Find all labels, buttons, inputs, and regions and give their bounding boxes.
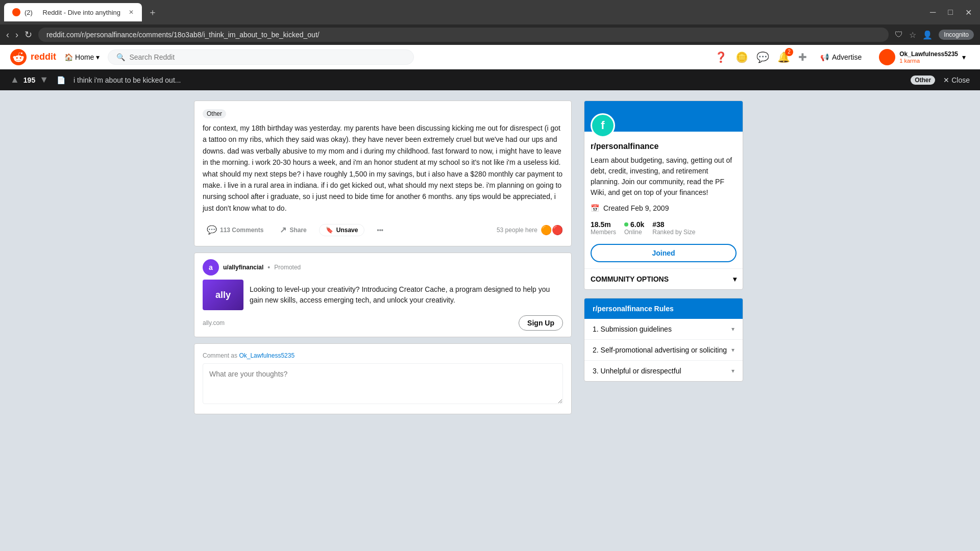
chat-icon[interactable]: 💬 xyxy=(756,51,769,63)
subreddit-stats: 18.5m Members 6.0k Online #38 xyxy=(591,220,737,236)
address-icons: 🛡 ☆ 👤 Incognito xyxy=(895,30,974,40)
created-date: Created Feb 9, 2009 xyxy=(603,204,669,212)
post-banner: ▲ 195 ▼ 📄 i think i'm about to be kicked… xyxy=(0,69,980,90)
karma-count: 1 karma xyxy=(899,58,958,64)
ad-content: ally Looking to level-up your creativity… xyxy=(203,280,563,310)
url-input[interactable] xyxy=(38,28,889,42)
downvote-button[interactable]: ▼ xyxy=(39,74,48,85)
subreddit-name: r/personalfinance xyxy=(591,142,737,151)
bookmark-icon: 🔖 xyxy=(326,227,333,234)
online-value: 6.0k xyxy=(630,220,644,229)
rule-item-3[interactable]: 3. Unhelpful or disrespectful ▾ xyxy=(584,361,743,381)
incognito-badge: Incognito xyxy=(939,30,974,40)
post-flair-tag: Other xyxy=(203,109,226,118)
search-bar[interactable]: 🔍 xyxy=(108,49,414,65)
online-label: Online xyxy=(624,229,644,236)
post-body: for context, my 18th birthday was yester… xyxy=(203,122,563,214)
notifications-button[interactable]: 🔔 2 xyxy=(777,51,790,63)
rule-item-2[interactable]: 2. Self-promotional advertising or solic… xyxy=(584,340,743,361)
calendar-icon: 📅 xyxy=(591,204,599,212)
online-dot xyxy=(624,222,628,227)
reddit-wordmark: reddit xyxy=(31,52,56,62)
comments-count: 113 Comments xyxy=(220,227,263,234)
advertise-button[interactable]: 📢 Advertise xyxy=(815,50,867,64)
joined-button[interactable]: Joined xyxy=(591,244,737,262)
ranked-stat: #38 Ranked by Size xyxy=(652,220,695,236)
user-info: Ok_Lawfulness5235 1 karma xyxy=(899,51,958,64)
subreddit-header-bg: f xyxy=(584,101,743,132)
online-stat: 6.0k Online xyxy=(624,220,644,236)
share-button[interactable]: ↗ Share xyxy=(276,222,310,238)
comment-box: Comment as Ok_Lawfulness5235 xyxy=(194,343,572,414)
header-icons: ❓ 🪙 💬 🔔 2 ✚ 📢 Advertise Ok_Lawfulness523… xyxy=(715,47,970,67)
vote-area: ▲ 195 ▼ xyxy=(10,74,48,85)
post-area: Other for context, my 18th birthday was … xyxy=(194,101,572,414)
post-type-icon: 📄 xyxy=(57,76,65,84)
ad-card: a u/allyfinancial • Promoted ally Lookin… xyxy=(194,253,572,337)
tab-bar: (2) Reddit - Dive into anything ✕ ＋ xyxy=(4,3,922,21)
sidebar: f r/personalfinance Learn about budgetin… xyxy=(584,101,743,414)
active-tab[interactable]: (2) Reddit - Dive into anything ✕ xyxy=(4,3,142,21)
share-label: Share xyxy=(289,227,306,234)
reload-button[interactable]: ↻ xyxy=(24,29,32,40)
ad-promoted-label: Promoted xyxy=(274,264,301,271)
home-chevron-icon: ▾ xyxy=(96,53,100,61)
ranked-value: #38 xyxy=(652,220,695,229)
members-stat: 18.5m Members xyxy=(591,220,616,236)
comment-icon: 💬 xyxy=(207,225,217,235)
rules-list: 1. Submission guidelines ▾ 2. Self-promo… xyxy=(584,319,743,381)
post-title-banner: i think i'm about to be kicked out... xyxy=(74,76,902,84)
comment-as: Comment as Ok_Lawfulness5235 xyxy=(203,352,563,359)
rule-chevron-2: ▾ xyxy=(731,346,734,354)
rules-card: r/personalfinance Rules 1. Submission gu… xyxy=(584,298,743,382)
community-options-label: COMMUNITY OPTIONS xyxy=(591,275,669,283)
ranked-label: Ranked by Size xyxy=(652,229,695,236)
post-flair-banner: Other xyxy=(911,76,935,85)
comment-textarea[interactable] xyxy=(203,363,563,404)
community-options[interactable]: COMMUNITY OPTIONS ▾ xyxy=(584,268,743,289)
user-menu[interactable]: Ok_Lawfulness5235 1 karma ▾ xyxy=(875,47,970,67)
star-icon[interactable]: ☆ xyxy=(909,30,916,40)
help-icon[interactable]: ❓ xyxy=(715,51,727,63)
upvote-button[interactable]: ▲ xyxy=(10,74,19,85)
unsave-label: Unsave xyxy=(336,227,358,234)
close-window-button[interactable]: ✕ xyxy=(961,6,976,19)
minimize-button[interactable]: ─ xyxy=(926,6,940,19)
reddit-logo[interactable]: reddit xyxy=(10,49,56,65)
maximize-button[interactable]: □ xyxy=(944,6,957,19)
coins-icon[interactable]: 🪙 xyxy=(736,51,748,63)
add-icon[interactable]: ✚ xyxy=(798,51,807,63)
comment-as-label: Comment as xyxy=(203,352,237,359)
search-icon: 🔍 xyxy=(116,53,125,61)
sign-up-button[interactable]: Sign Up xyxy=(519,315,563,331)
more-button[interactable]: ••• xyxy=(373,223,387,237)
tab-title-text: Reddit - Dive into anything xyxy=(43,9,120,16)
close-icon: ✕ xyxy=(943,76,949,84)
vote-count: 195 xyxy=(23,76,35,84)
people-icons: 🟠🔴 xyxy=(541,224,563,236)
close-button[interactable]: ✕ Close xyxy=(943,76,970,84)
reddit-icon xyxy=(10,49,27,65)
rule-chevron-3: ▾ xyxy=(731,367,734,374)
tab-close-button[interactable]: ✕ xyxy=(129,9,134,16)
search-input[interactable] xyxy=(129,53,405,61)
rule-item-1[interactable]: 1. Submission guidelines ▾ xyxy=(584,319,743,340)
profile-icon[interactable]: 👤 xyxy=(922,30,933,40)
forward-button[interactable]: › xyxy=(15,30,18,40)
address-bar: ‹ › ↻ 🛡 ☆ 👤 Incognito xyxy=(0,24,980,45)
main-content: Other for context, my 18th birthday was … xyxy=(184,90,796,424)
rule-text-1: 1. Submission guidelines xyxy=(593,325,672,333)
post-actions: 💬 113 Comments ↗ Share 🔖 Unsave ••• 53 p… xyxy=(203,222,563,238)
home-button[interactable]: 🏠 Home ▾ xyxy=(64,53,100,61)
unsave-button[interactable]: 🔖 Unsave xyxy=(319,224,365,236)
shield-icon: 🛡 xyxy=(895,30,903,39)
post-card: Other for context, my 18th birthday was … xyxy=(194,101,572,246)
tab-title: (2) xyxy=(24,9,33,16)
back-button[interactable]: ‹ xyxy=(6,30,9,40)
more-icon: ••• xyxy=(377,227,383,234)
ad-username: u/allyfinancial xyxy=(223,264,263,271)
ad-text: Looking to level-up your creativity? Int… xyxy=(250,284,563,306)
comments-button[interactable]: 💬 113 Comments xyxy=(203,222,267,238)
commenter-username-link[interactable]: Ok_Lawfulness5235 xyxy=(239,352,295,359)
new-tab-button[interactable]: ＋ xyxy=(144,4,161,20)
